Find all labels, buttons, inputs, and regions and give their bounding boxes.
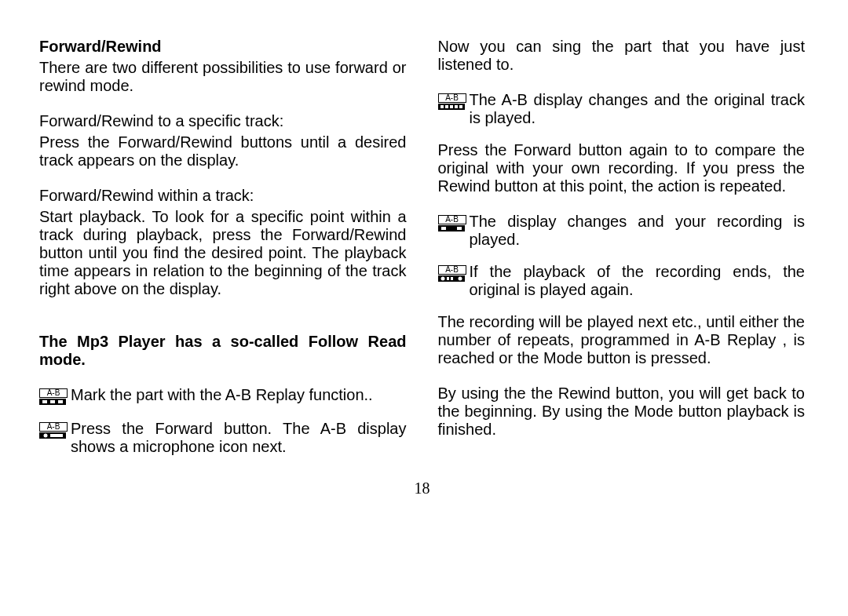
- ab-recording-icon: A-B: [438, 215, 466, 232]
- text-recording-played: The display changes and your recording i…: [470, 213, 806, 249]
- text-mark-ab: Mark the part with the A-B Replay functi…: [71, 386, 407, 404]
- heading-forward-rewind: Forward/Rewind: [39, 38, 407, 56]
- svg-rect-15: [457, 227, 462, 230]
- text-recording-ends: If the playback of the recording ends, t…: [470, 263, 806, 299]
- text-fr-specific-body: Press the Forward/Rewind buttons until a…: [39, 133, 407, 169]
- ab-label: A-B: [438, 265, 466, 275]
- ab-label: A-B: [39, 422, 68, 432]
- svg-rect-18: [447, 277, 449, 280]
- text-fr-within-body: Start playback. To look for a specific p…: [39, 208, 407, 298]
- text-sing-part: Now you can sing the part that you have …: [438, 38, 806, 74]
- text-press-forward: Press the Forward button. The A-B displa…: [71, 420, 407, 456]
- ab-label: A-B: [438, 215, 466, 224]
- svg-rect-19: [451, 277, 453, 280]
- text-rewind-mode: By using the the Rewind button, you will…: [438, 385, 806, 439]
- svg-point-20: [458, 277, 462, 281]
- text-ab-changes-original: The A-B display changes and the original…: [470, 91, 806, 127]
- ab-label: A-B: [39, 388, 68, 398]
- svg-point-5: [44, 434, 48, 438]
- icon-item-ab-changes-original: A-B The A-B display changes and the orig…: [438, 91, 806, 127]
- text-fr-intro: There are two different possibilities to…: [39, 59, 407, 95]
- ab-ends-icon: A-B: [438, 265, 466, 282]
- ab-mic-icon: A-B: [39, 422, 68, 439]
- icon-item-recording-played: A-B The display changes and your recordi…: [438, 213, 806, 249]
- svg-rect-1: [42, 400, 47, 403]
- svg-rect-9: [445, 105, 448, 108]
- text-fr-within-title: Forward/Rewind within a track:: [39, 187, 407, 205]
- left-column: Forward/Rewind There are two different p…: [39, 38, 407, 456]
- text-press-forward-compare: Press the Forward button again to to com…: [438, 141, 806, 195]
- svg-rect-3: [58, 400, 63, 403]
- svg-rect-6: [50, 434, 63, 437]
- svg-rect-8: [440, 105, 444, 108]
- ab-replay-icon: A-B: [39, 388, 68, 406]
- svg-rect-14: [441, 227, 446, 230]
- icon-item-mark-ab: A-B Mark the part with the A-B Replay fu…: [39, 386, 407, 406]
- svg-rect-12: [459, 105, 462, 108]
- icon-item-press-forward: A-B Press the Forward button. The A-B di…: [39, 420, 407, 456]
- ab-original-icon: A-B: [438, 93, 466, 111]
- heading-follow-read: The Mp3 Player has a so-called Follow Re…: [39, 333, 407, 369]
- icon-item-recording-ends: A-B If the playback of the recording end…: [438, 263, 806, 299]
- svg-rect-10: [450, 105, 453, 108]
- svg-rect-11: [455, 105, 458, 108]
- text-recording-next: The recording will be played next etc., …: [438, 313, 806, 367]
- text-fr-specific-title: Forward/Rewind to a specific track:: [39, 112, 407, 130]
- right-column: Now you can sing the part that you have …: [438, 38, 806, 456]
- document-columns: Forward/Rewind There are two different p…: [39, 38, 805, 456]
- page-number: 18: [39, 479, 805, 498]
- svg-rect-2: [50, 400, 55, 403]
- ab-label: A-B: [438, 93, 466, 103]
- svg-point-17: [440, 277, 444, 281]
